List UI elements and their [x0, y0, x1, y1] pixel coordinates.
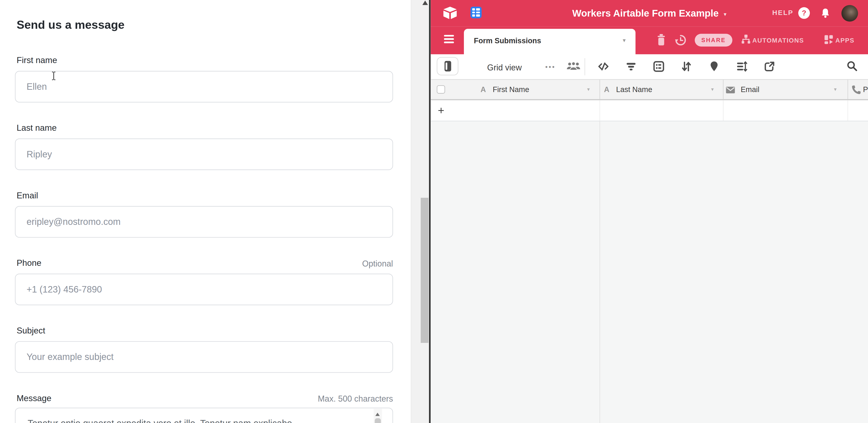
- message-label: Message: [17, 393, 51, 403]
- message-maxchars-hint: Max. 500 characters: [318, 394, 393, 403]
- column-header-email[interactable]: Email: [741, 85, 759, 94]
- share-button[interactable]: SHARE: [695, 34, 733, 47]
- view-name[interactable]: Grid view: [487, 63, 522, 72]
- textarea-scrollbar-thumb[interactable]: [375, 418, 381, 423]
- menu-hamburger-icon[interactable]: [444, 35, 454, 43]
- view-sidebar-toggle-button[interactable]: [437, 57, 458, 75]
- airtable-tabbar: Form Submissions ▼ SHARE AUTOMATIONS: [431, 27, 868, 54]
- help-question-icon[interactable]: ?: [798, 7, 810, 19]
- add-row-row: +: [431, 100, 868, 121]
- text-field-type-icon: A: [604, 85, 609, 94]
- contact-form-panel: Send us a message First name Last name E…: [0, 0, 410, 423]
- history-icon[interactable]: [675, 34, 686, 46]
- scroll-up-icon[interactable]: [375, 413, 380, 416]
- message-textarea[interactable]: Tenetur optio quaerat expedita vero et i…: [15, 407, 393, 423]
- help-button[interactable]: HELP: [772, 9, 794, 17]
- first-name-input[interactable]: [15, 71, 393, 102]
- column-caret-icon[interactable]: ▼: [833, 87, 837, 92]
- view-more-icon[interactable]: •••: [545, 63, 556, 71]
- email-field-type-icon: [725, 86, 735, 93]
- apps-button[interactable]: APPS: [835, 37, 855, 44]
- column-header-phone[interactable]: Phone: [863, 85, 868, 94]
- textarea-scrollbar[interactable]: [374, 409, 382, 423]
- last-name-input[interactable]: [15, 139, 393, 170]
- automations-icon[interactable]: [741, 34, 751, 44]
- column-header-first-name[interactable]: First Name: [493, 85, 529, 94]
- grid-view-icon[interactable]: [471, 7, 482, 19]
- column-caret-icon[interactable]: ▼: [586, 87, 591, 92]
- color-icon[interactable]: [709, 61, 720, 72]
- automations-button[interactable]: AUTOMATIONS: [752, 37, 804, 44]
- trash-icon[interactable]: [657, 34, 665, 46]
- apps-icon[interactable]: [824, 35, 833, 44]
- group-icon[interactable]: [653, 61, 664, 72]
- hide-fields-icon[interactable]: [598, 61, 609, 72]
- screenshot-root: Send us a message First name Last name E…: [0, 0, 868, 423]
- scrollbar-up-icon[interactable]: [422, 0, 428, 5]
- first-name-label: First name: [17, 56, 57, 65]
- phone-input[interactable]: [15, 274, 393, 305]
- sort-icon[interactable]: [681, 61, 692, 72]
- form-scrollbar-thumb[interactable]: [421, 198, 429, 343]
- collaborators-icon[interactable]: [566, 61, 581, 71]
- subject-label: Subject: [17, 326, 45, 336]
- phone-label: Phone: [17, 258, 41, 268]
- toolbar-divider: [585, 58, 585, 75]
- form-window-scrollbar[interactable]: [411, 0, 430, 423]
- grid-body-empty: [431, 121, 868, 423]
- search-icon[interactable]: [846, 60, 858, 71]
- airtable-topbar: Workers Airtable Form Example▾ HELP ?: [431, 0, 868, 27]
- last-name-label: Last name: [17, 123, 57, 133]
- base-title[interactable]: Workers Airtable Form Example: [572, 8, 719, 19]
- subject-input[interactable]: [15, 341, 393, 373]
- email-input[interactable]: [15, 206, 393, 238]
- row-height-icon[interactable]: [736, 61, 747, 72]
- grid-column-header-row: A First Name ▼ A Last Name ▼ Email ▼ Pho…: [431, 79, 868, 100]
- text-cursor-icon: [51, 71, 56, 80]
- column-caret-icon[interactable]: ▼: [710, 87, 715, 92]
- airtable-panel: Workers Airtable Form Example▾ HELP ? Fo…: [431, 0, 868, 423]
- message-text: Tenetur optio quaerat expedita vero et i…: [28, 418, 371, 423]
- column-header-last-name[interactable]: Last Name: [616, 85, 652, 94]
- table-tab-form-submissions[interactable]: Form Submissions ▼: [464, 29, 636, 54]
- text-field-type-icon: A: [480, 85, 486, 94]
- phone-optional-hint: Optional: [362, 259, 393, 268]
- form-heading: Send us a message: [17, 18, 124, 32]
- sidebar-panel-icon: [444, 61, 451, 71]
- phone-field-type-icon: [851, 85, 861, 95]
- filter-icon[interactable]: [626, 61, 637, 72]
- table-tab-label: Form Submissions: [474, 37, 541, 45]
- add-row-button[interactable]: +: [438, 104, 444, 117]
- select-all-checkbox[interactable]: [437, 85, 445, 94]
- share-view-icon[interactable]: [764, 61, 775, 72]
- user-avatar[interactable]: [841, 5, 858, 22]
- base-title-caret-icon[interactable]: ▾: [723, 11, 726, 17]
- table-tab-caret-icon[interactable]: ▼: [622, 38, 626, 43]
- email-label: Email: [17, 190, 38, 201]
- notifications-bell-icon[interactable]: [820, 8, 830, 19]
- window-divider: [429, 0, 431, 423]
